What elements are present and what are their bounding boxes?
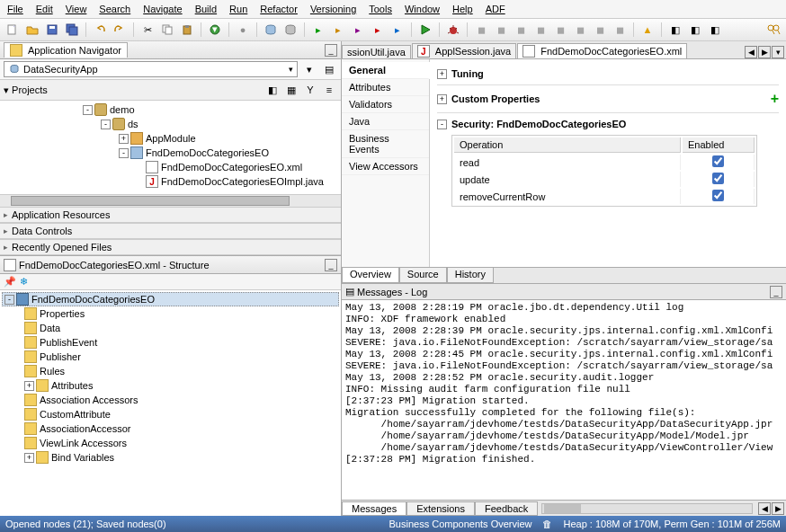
- side-validators[interactable]: Validators: [342, 96, 429, 113]
- run4-icon[interactable]: ▸: [370, 22, 386, 38]
- rebuild-icon[interactable]: ●: [235, 22, 251, 38]
- d7-icon[interactable]: ◼: [592, 22, 608, 38]
- view-overview[interactable]: Overview: [342, 268, 399, 283]
- d2-icon[interactable]: ◼: [493, 22, 509, 38]
- msg-tab-extensions[interactable]: Extensions: [406, 501, 475, 516]
- menu-refactor[interactable]: Refactor: [260, 4, 298, 14]
- tab-list-icon[interactable]: ▾: [772, 46, 784, 58]
- run3-icon[interactable]: ▸: [350, 22, 366, 38]
- search-icon[interactable]: [765, 22, 782, 38]
- project-actions-btn[interactable]: ▤: [321, 61, 337, 77]
- open-icon[interactable]: [24, 22, 40, 38]
- run2-icon[interactable]: ▸: [330, 22, 346, 38]
- menu-tools[interactable]: Tools: [369, 4, 392, 14]
- side-java[interactable]: Java: [342, 113, 429, 130]
- acc-app-resources[interactable]: Application Resources: [0, 207, 341, 223]
- editor-tab-active[interactable]: FndDemoDocCategoriesEO.xml: [517, 43, 687, 58]
- messages-log[interactable]: May 13, 2008 2:28:19 PM oracle.jbo.dt.de…: [342, 300, 786, 500]
- menu-navigate[interactable]: Navigate: [143, 4, 182, 14]
- enable-update-checkbox[interactable]: [712, 173, 724, 184]
- side-accessors[interactable]: View Accessors: [342, 158, 429, 175]
- freeze-icon[interactable]: ❄: [20, 276, 28, 288]
- structure-tree[interactable]: -FndDemoDocCategoriesEO Properties Data …: [0, 290, 341, 516]
- menu-run[interactable]: Run: [229, 4, 247, 14]
- side-events[interactable]: Business Events: [342, 130, 429, 158]
- make-icon[interactable]: ▾: [207, 22, 223, 38]
- enable-remove-checkbox[interactable]: [712, 190, 724, 201]
- ext3-icon[interactable]: ◧: [707, 22, 723, 38]
- menu-view[interactable]: View: [66, 4, 87, 14]
- d3-icon[interactable]: ◼: [513, 22, 529, 38]
- side-attributes[interactable]: Attributes: [342, 79, 429, 96]
- menu-search[interactable]: Search: [99, 4, 130, 14]
- d8-icon[interactable]: ◼: [612, 22, 628, 38]
- tab-next-icon[interactable]: ▶: [758, 46, 771, 58]
- acc-recent-files[interactable]: Recently Opened Files: [0, 239, 341, 255]
- nav-tab[interactable]: Application Navigator: [4, 42, 128, 58]
- menu-build[interactable]: Build: [195, 4, 217, 14]
- db2-icon[interactable]: [282, 22, 299, 38]
- cut-icon[interactable]: ✂: [139, 22, 156, 38]
- redo-icon[interactable]: [112, 22, 128, 38]
- ext1-icon[interactable]: ◧: [667, 22, 683, 38]
- menu-bar: File Edit View Search Navigate Build Run…: [0, 0, 786, 19]
- col-enabled[interactable]: Enabled: [683, 137, 755, 153]
- save-icon[interactable]: [44, 22, 60, 38]
- copy-icon[interactable]: [159, 22, 175, 38]
- enable-read-checkbox[interactable]: [712, 155, 724, 167]
- minimize-icon[interactable]: _: [325, 259, 337, 271]
- debug-icon[interactable]: [445, 22, 461, 38]
- run1-icon[interactable]: ▸: [310, 22, 326, 38]
- menu-edit[interactable]: Edit: [36, 4, 53, 14]
- d5-icon[interactable]: ◼: [552, 22, 568, 38]
- scroll-right-icon[interactable]: ▶: [772, 502, 784, 515]
- paste-icon[interactable]: [179, 22, 195, 38]
- tab-prev-icon[interactable]: ◀: [745, 46, 757, 58]
- db-icon[interactable]: [263, 22, 279, 38]
- undo-icon[interactable]: [92, 22, 108, 38]
- run-project-icon[interactable]: [417, 22, 433, 38]
- custom-props-section[interactable]: +Custom Properties+: [437, 91, 779, 107]
- side-general[interactable]: General: [342, 62, 430, 79]
- d4-icon[interactable]: ◼: [532, 22, 549, 38]
- proj-tb4[interactable]: ≡: [321, 82, 337, 98]
- proj-tb2[interactable]: ▦: [283, 82, 299, 98]
- menu-file[interactable]: File: [7, 4, 23, 14]
- msg-tab-messages[interactable]: Messages: [342, 501, 406, 516]
- editor-tab[interactable]: ssionUtil.java: [342, 45, 411, 58]
- security-section[interactable]: -Security: FndDemoDocCategoriesEO: [437, 119, 779, 129]
- save-all-icon[interactable]: [64, 22, 80, 38]
- view-source[interactable]: Source: [399, 268, 447, 283]
- acc-data-controls[interactable]: Data Controls: [0, 223, 341, 239]
- proj-tb3[interactable]: Y: [302, 82, 318, 98]
- minimize-icon[interactable]: _: [770, 286, 782, 298]
- projects-header[interactable]: ▾ Projects ◧ ▦ Y ≡: [0, 80, 341, 101]
- run5-icon[interactable]: ▸: [389, 22, 406, 38]
- warn-icon[interactable]: ▲: [639, 22, 656, 38]
- tree-hscroll[interactable]: [0, 194, 341, 207]
- scroll-left-icon[interactable]: ◀: [758, 502, 771, 515]
- editor-tab[interactable]: JApplSession.java: [412, 43, 516, 58]
- project-dropdown[interactable]: DataSecurityApp: [4, 61, 298, 77]
- ext2-icon[interactable]: ◧: [687, 22, 703, 38]
- new-icon[interactable]: [4, 22, 21, 38]
- tuning-section[interactable]: +Tuning: [437, 68, 779, 79]
- proj-tb1[interactable]: ◧: [264, 82, 281, 98]
- msg-tab-feedback[interactable]: Feedback: [475, 501, 538, 516]
- menu-window[interactable]: Window: [405, 4, 440, 14]
- pin-icon[interactable]: 📌: [4, 276, 16, 288]
- menu-adf[interactable]: ADF: [486, 4, 505, 14]
- minimize-icon[interactable]: _: [325, 44, 337, 57]
- view-history[interactable]: History: [447, 268, 494, 283]
- project-dd-btn[interactable]: ▾: [301, 61, 317, 77]
- d1-icon[interactable]: ◼: [473, 22, 489, 38]
- trash-icon[interactable]: 🗑: [542, 519, 552, 529]
- menu-versioning[interactable]: Versioning: [310, 4, 356, 14]
- project-tree[interactable]: -demo -ds +AppModule -FndDemoDocCategori…: [0, 101, 341, 194]
- editor-tabs: ssionUtil.java JApplSession.java FndDemo…: [342, 41, 786, 59]
- add-icon[interactable]: +: [771, 91, 779, 107]
- menu-help[interactable]: Help: [452, 4, 473, 14]
- d6-icon[interactable]: ◼: [572, 22, 588, 38]
- col-operation[interactable]: Operation: [454, 137, 681, 153]
- msg-hscroll[interactable]: [541, 503, 753, 514]
